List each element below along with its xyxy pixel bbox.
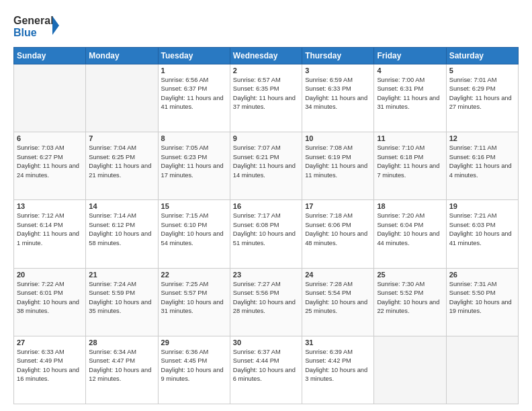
weekday-header-tuesday: Tuesday: [158, 48, 230, 64]
calendar-cell: 9Sunrise: 7:07 AMSunset: 6:21 PMDaylight…: [230, 132, 302, 200]
day-info: Sunrise: 7:12 AMSunset: 6:14 PMDaylight:…: [17, 212, 83, 248]
calendar-week-3: 13Sunrise: 7:12 AMSunset: 6:14 PMDayligh…: [14, 200, 519, 268]
day-info: Sunrise: 7:30 AMSunset: 5:52 PMDaylight:…: [377, 280, 443, 316]
calendar-cell: 22Sunrise: 7:25 AMSunset: 5:57 PMDayligh…: [158, 268, 230, 336]
day-number: 12: [449, 134, 515, 142]
calendar-cell: 10Sunrise: 7:08 AMSunset: 6:19 PMDayligh…: [302, 132, 374, 200]
day-info: Sunrise: 6:36 AMSunset: 4:45 PMDaylight:…: [161, 348, 227, 384]
calendar-week-2: 6Sunrise: 7:03 AMSunset: 6:27 PMDaylight…: [14, 132, 519, 200]
day-info: Sunrise: 6:56 AMSunset: 6:37 PMDaylight:…: [161, 76, 227, 112]
day-number: 25: [377, 271, 443, 279]
day-info: Sunrise: 7:14 AMSunset: 6:12 PMDaylight:…: [89, 212, 154, 248]
calendar-cell: [446, 336, 518, 404]
day-info: Sunrise: 7:15 AMSunset: 6:10 PMDaylight:…: [161, 212, 227, 248]
day-info: Sunrise: 7:27 AMSunset: 5:56 PMDaylight:…: [233, 280, 299, 316]
day-number: 1: [161, 66, 227, 75]
calendar-cell: [86, 64, 158, 132]
calendar-cell: 23Sunrise: 7:27 AMSunset: 5:56 PMDayligh…: [230, 268, 302, 336]
weekday-header-monday: Monday: [86, 48, 158, 64]
calendar-week-5: 27Sunrise: 6:33 AMSunset: 4:49 PMDayligh…: [14, 336, 519, 404]
calendar-cell: 24Sunrise: 7:28 AMSunset: 5:54 PMDayligh…: [302, 268, 374, 336]
calendar-cell: 5Sunrise: 7:01 AMSunset: 6:29 PMDaylight…: [446, 64, 518, 132]
day-info: Sunrise: 7:05 AMSunset: 6:23 PMDaylight:…: [161, 144, 227, 180]
day-info: Sunrise: 6:37 AMSunset: 4:44 PMDaylight:…: [233, 348, 299, 384]
day-info: Sunrise: 7:31 AMSunset: 5:50 PMDaylight:…: [449, 280, 515, 316]
logo: GeneralBlue: [13, 12, 62, 40]
calendar-cell: 2Sunrise: 6:57 AMSunset: 6:35 PMDaylight…: [230, 64, 302, 132]
day-info: Sunrise: 7:28 AMSunset: 5:54 PMDaylight:…: [305, 280, 371, 316]
calendar-week-1: 1Sunrise: 6:56 AMSunset: 6:37 PMDaylight…: [14, 64, 519, 132]
calendar-cell: 29Sunrise: 6:36 AMSunset: 4:45 PMDayligh…: [158, 336, 230, 404]
weekday-header-sunday: Sunday: [14, 48, 86, 64]
day-info: Sunrise: 7:03 AMSunset: 6:27 PMDaylight:…: [17, 144, 83, 180]
svg-marker-2: [52, 16, 59, 35]
day-number: 13: [17, 202, 83, 210]
day-number: 3: [305, 66, 371, 75]
calendar-cell: 17Sunrise: 7:18 AMSunset: 6:06 PMDayligh…: [302, 200, 374, 268]
day-number: 17: [305, 202, 371, 210]
calendar-cell: 8Sunrise: 7:05 AMSunset: 6:23 PMDaylight…: [158, 132, 230, 200]
calendar-cell: 30Sunrise: 6:37 AMSunset: 4:44 PMDayligh…: [230, 336, 302, 404]
calendar-cell: 21Sunrise: 7:24 AMSunset: 5:59 PMDayligh…: [86, 268, 158, 336]
calendar-cell: 27Sunrise: 6:33 AMSunset: 4:49 PMDayligh…: [14, 336, 86, 404]
weekday-header-friday: Friday: [374, 48, 446, 64]
calendar-cell: 26Sunrise: 7:31 AMSunset: 5:50 PMDayligh…: [446, 268, 518, 336]
day-info: Sunrise: 7:24 AMSunset: 5:59 PMDaylight:…: [89, 280, 154, 316]
day-info: Sunrise: 7:20 AMSunset: 6:04 PMDaylight:…: [377, 212, 443, 248]
day-info: Sunrise: 7:08 AMSunset: 6:19 PMDaylight:…: [305, 144, 371, 180]
weekday-header-saturday: Saturday: [446, 48, 518, 64]
calendar-cell: 12Sunrise: 7:11 AMSunset: 6:16 PMDayligh…: [446, 132, 518, 200]
day-info: Sunrise: 7:10 AMSunset: 6:18 PMDaylight:…: [377, 144, 443, 180]
day-info: Sunrise: 7:21 AMSunset: 6:03 PMDaylight:…: [449, 212, 515, 248]
day-number: 11: [377, 134, 443, 142]
day-info: Sunrise: 6:39 AMSunset: 4:42 PMDaylight:…: [305, 348, 371, 384]
svg-text:Blue: Blue: [13, 27, 37, 38]
calendar-cell: 18Sunrise: 7:20 AMSunset: 6:04 PMDayligh…: [374, 200, 446, 268]
day-info: Sunrise: 7:04 AMSunset: 6:25 PMDaylight:…: [89, 144, 154, 180]
calendar-cell: 15Sunrise: 7:15 AMSunset: 6:10 PMDayligh…: [158, 200, 230, 268]
day-number: 2: [233, 66, 299, 75]
day-info: Sunrise: 7:25 AMSunset: 5:57 PMDaylight:…: [161, 280, 227, 316]
calendar-cell: 3Sunrise: 6:59 AMSunset: 6:33 PMDaylight…: [302, 64, 374, 132]
day-number: 7: [89, 134, 154, 142]
day-number: 24: [305, 271, 371, 279]
calendar-cell: [14, 64, 86, 132]
day-number: 26: [449, 271, 515, 279]
day-number: 31: [305, 338, 371, 347]
day-number: 29: [161, 338, 227, 347]
calendar-cell: 31Sunrise: 6:39 AMSunset: 4:42 PMDayligh…: [302, 336, 374, 404]
header: GeneralBlue: [13, 12, 519, 40]
weekday-header-thursday: Thursday: [302, 48, 374, 64]
day-number: 28: [89, 338, 154, 347]
day-number: 8: [161, 134, 227, 142]
day-number: 10: [305, 134, 371, 142]
calendar-cell: 19Sunrise: 7:21 AMSunset: 6:03 PMDayligh…: [446, 200, 518, 268]
day-number: 5: [449, 66, 515, 75]
calendar-cell: 25Sunrise: 7:30 AMSunset: 5:52 PMDayligh…: [374, 268, 446, 336]
day-number: 6: [17, 134, 83, 142]
calendar-cell: 4Sunrise: 7:00 AMSunset: 6:31 PMDaylight…: [374, 64, 446, 132]
day-info: Sunrise: 6:33 AMSunset: 4:49 PMDaylight:…: [17, 348, 83, 384]
calendar-cell: 11Sunrise: 7:10 AMSunset: 6:18 PMDayligh…: [374, 132, 446, 200]
calendar-cell: 20Sunrise: 7:22 AMSunset: 6:01 PMDayligh…: [14, 268, 86, 336]
calendar-cell: 14Sunrise: 7:14 AMSunset: 6:12 PMDayligh…: [86, 200, 158, 268]
weekday-header-wednesday: Wednesday: [230, 48, 302, 64]
day-info: Sunrise: 7:11 AMSunset: 6:16 PMDaylight:…: [449, 144, 515, 180]
page: GeneralBlue SundayMondayTuesdayWednesday…: [0, 0, 532, 411]
day-number: 27: [17, 338, 83, 347]
svg-text:General: General: [13, 15, 54, 26]
day-info: Sunrise: 7:01 AMSunset: 6:29 PMDaylight:…: [449, 76, 515, 112]
day-info: Sunrise: 7:18 AMSunset: 6:06 PMDaylight:…: [305, 212, 371, 248]
day-number: 21: [89, 271, 154, 279]
day-info: Sunrise: 6:59 AMSunset: 6:33 PMDaylight:…: [305, 76, 371, 112]
day-info: Sunrise: 7:17 AMSunset: 6:08 PMDaylight:…: [233, 212, 299, 248]
day-number: 30: [233, 338, 299, 347]
calendar-cell: 6Sunrise: 7:03 AMSunset: 6:27 PMDaylight…: [14, 132, 86, 200]
logo-svg: GeneralBlue: [13, 12, 62, 40]
weekday-header-row: SundayMondayTuesdayWednesdayThursdayFrid…: [14, 48, 519, 64]
calendar-cell: [374, 336, 446, 404]
calendar-cell: 7Sunrise: 7:04 AMSunset: 6:25 PMDaylight…: [86, 132, 158, 200]
calendar-cell: 28Sunrise: 6:34 AMSunset: 4:47 PMDayligh…: [86, 336, 158, 404]
day-info: Sunrise: 7:00 AMSunset: 6:31 PMDaylight:…: [377, 76, 443, 112]
day-number: 23: [233, 271, 299, 279]
